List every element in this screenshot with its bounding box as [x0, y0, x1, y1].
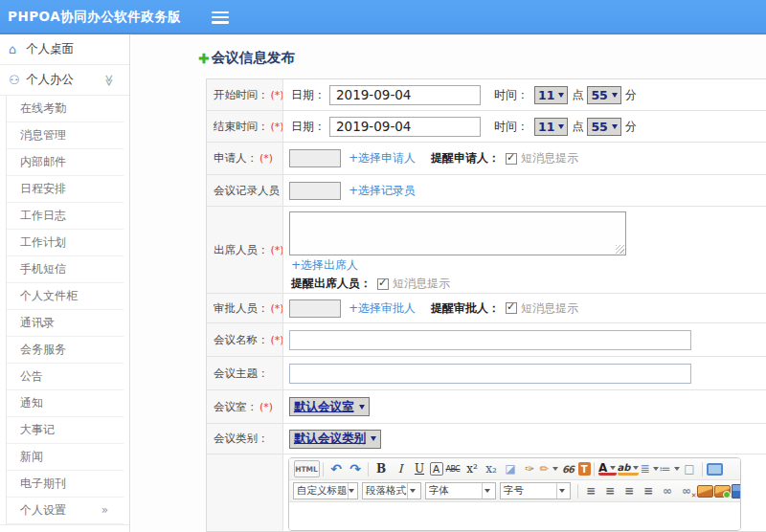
sidebar-item[interactable]: 工作日志 — [7, 203, 124, 230]
align-justify-icon[interactable]: ≡ — [640, 482, 658, 499]
bold-icon[interactable]: B — [372, 460, 391, 477]
sidebar-item-personal-settings[interactable]: 个人设置 » — [7, 498, 124, 524]
start-hour-select[interactable]: 11 — [534, 86, 568, 104]
custom-title-select[interactable]: 自定义标题 — [293, 482, 358, 499]
approver-input[interactable] — [289, 299, 341, 318]
sidebar-item-personal-office[interactable]: ⚇ 个人办公 ≫ — [0, 65, 129, 96]
highlight-color-icon[interactable]: ab — [618, 462, 640, 476]
italic-icon[interactable]: I — [392, 460, 410, 477]
dropdown-arrow-icon — [612, 93, 618, 98]
strikethrough-icon[interactable]: ABC — [444, 460, 462, 477]
undo-icon[interactable]: ↶ — [327, 460, 346, 477]
required-marker: (*) — [259, 152, 273, 165]
subscript-icon[interactable]: x₂ — [483, 460, 501, 477]
choose-approver-link[interactable]: +选择审批人 — [349, 300, 416, 317]
link-icon[interactable]: ∞ — [659, 482, 677, 499]
form-row-editor: HTML↶↷BIUAABCx²x₂◪✑✏66TAab≣≔□ 自定义标题段落格式字… — [207, 454, 766, 531]
start-date-input[interactable] — [329, 85, 481, 105]
format-painter-icon[interactable]: ✏ — [540, 460, 558, 477]
end-minute-select[interactable]: 55 — [587, 118, 620, 136]
align-right-icon[interactable]: ≡ — [620, 482, 639, 499]
sidebar-item-personal-desktop[interactable]: ⌂ 个人桌面 — [0, 34, 129, 65]
meeting-category-select[interactable]: 默认会议类别 — [289, 430, 381, 449]
sidebar-submenu: 在线考勤消息管理内部邮件日程安排工作日志工作计划手机短信个人文件柜通讯录会务服务… — [6, 96, 129, 498]
ordered-list-icon[interactable]: ≣ — [640, 460, 658, 477]
superscript-icon[interactable]: x² — [463, 460, 482, 477]
remind-attendees-label: 提醒出席人员： — [291, 276, 372, 292]
sidebar-item[interactable]: 手机短信 — [7, 256, 124, 283]
editor-content-area[interactable] — [289, 502, 740, 531]
font-color-icon[interactable]: A — [598, 462, 617, 476]
sidebar-item-supervision[interactable]: ⇄ 督查督办 » — [0, 524, 129, 532]
sidebar-item[interactable]: 通知 — [7, 390, 124, 417]
html-source-button[interactable]: HTML — [294, 460, 320, 477]
plus-icon: ✚ — [198, 51, 210, 66]
paragraph-format-select[interactable]: 段落格式 — [362, 482, 421, 499]
minute-unit-label: 分 — [625, 119, 637, 135]
meeting-name-input[interactable] — [289, 330, 691, 350]
toolbar-separator — [368, 462, 369, 477]
sidebar-item[interactable]: 在线考勤 — [7, 96, 124, 122]
eraser-icon[interactable]: ◪ — [502, 460, 520, 477]
sidebar-item[interactable]: 工作计划 — [7, 230, 124, 256]
blockquote-icon[interactable]: 66 — [559, 460, 577, 477]
redo-icon[interactable]: ↷ — [347, 460, 365, 477]
end-date-input[interactable] — [329, 117, 481, 137]
fullscreen-icon[interactable] — [707, 463, 723, 476]
unlink-icon[interactable]: ∞ — [678, 482, 696, 499]
align-center-icon[interactable]: ≡ — [601, 482, 620, 499]
hour-unit-label: 点 — [572, 119, 583, 135]
sidebar-item[interactable]: 新闻 — [7, 444, 124, 471]
app-title: PHPOA协同办公软件政务版 — [8, 9, 181, 26]
sidebar-item[interactable]: 电子期刊 — [7, 471, 124, 498]
sidebar-item[interactable]: 内部邮件 — [7, 149, 124, 176]
sidebar-item[interactable]: 会务服务 — [7, 337, 124, 364]
field-label: 结束时间： — [214, 120, 269, 134]
sidebar-item[interactable]: 个人文件柜 — [7, 283, 124, 310]
image-add-icon[interactable] — [714, 485, 731, 498]
sidebar-item-label: 个人办公 — [26, 72, 74, 88]
start-minute-select[interactable]: 55 — [587, 86, 620, 104]
toolbar-separator — [577, 484, 578, 499]
field-label: 会议室： — [214, 400, 258, 414]
sidebar-item[interactable]: 通讯录 — [7, 310, 124, 337]
date-label: 日期： — [291, 87, 326, 103]
dropdown-arrow-icon — [407, 483, 417, 499]
meeting-subject-input[interactable] — [289, 364, 691, 384]
image-icon[interactable] — [697, 485, 713, 498]
sms-checkbox[interactable] — [506, 153, 517, 165]
sms-checkbox[interactable] — [377, 278, 389, 290]
pagebreak-icon[interactable] — [732, 484, 742, 499]
format-clear-icon[interactable]: ✑ — [521, 460, 539, 477]
app-window: PHPOA协同办公软件政务版 ⌂ 个人桌面 ⚇ 个人办公 ≫ 在线考勤消息管理内… — [0, 0, 766, 532]
form-row-approver: 审批人员：(*) +选择审批人 提醒审批人： 短消息提示 — [207, 294, 766, 323]
font-border-icon[interactable]: A — [430, 462, 443, 476]
font-size-select[interactable]: 字号 — [500, 482, 571, 499]
meeting-room-select[interactable]: 默认会议室 — [289, 397, 370, 416]
end-hour-select[interactable]: 11 — [534, 118, 568, 136]
choose-attendees-link[interactable]: +选择出席人 — [291, 257, 358, 274]
font-family-select[interactable]: 字体 — [425, 482, 496, 499]
rich-text-editor: HTML↶↷BIUAABCx²x₂◪✑✏66TAab≣≔□ 自定义标题段落格式字… — [288, 457, 741, 531]
paste-text-icon[interactable]: T — [578, 462, 591, 476]
align-left-icon[interactable]: ≡ — [582, 482, 600, 499]
remind-approver-label: 提醒审批人： — [431, 300, 500, 317]
dropdown-arrow-icon — [482, 483, 492, 499]
sidebar-item[interactable]: 公告 — [7, 364, 124, 390]
recorder-input[interactable] — [289, 182, 341, 200]
underline-icon[interactable]: U — [411, 460, 429, 477]
time-label: 时间： — [494, 87, 529, 103]
sidebar-item[interactable]: 大事记 — [7, 417, 124, 444]
new-page-icon[interactable]: □ — [681, 460, 699, 477]
sms-label: 短消息提示 — [521, 150, 578, 166]
sms-checkbox[interactable] — [506, 302, 517, 314]
choose-applicant-link[interactable]: +选择申请人 — [349, 150, 416, 166]
unordered-list-icon[interactable]: ≔ — [660, 460, 680, 477]
sidebar-item[interactable]: 日程安排 — [7, 176, 124, 203]
field-label: 会议主题： — [214, 366, 269, 381]
applicant-input[interactable] — [289, 149, 341, 167]
choose-recorder-link[interactable]: +选择记录员 — [349, 183, 416, 199]
hamburger-menu-icon[interactable] — [212, 11, 229, 24]
attendees-textarea[interactable] — [289, 211, 626, 255]
sidebar-item[interactable]: 消息管理 — [7, 122, 124, 149]
